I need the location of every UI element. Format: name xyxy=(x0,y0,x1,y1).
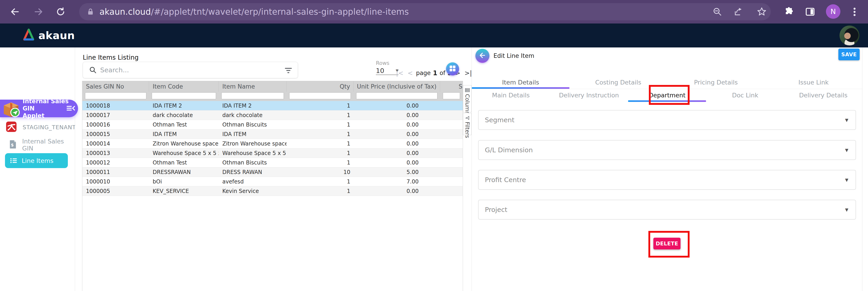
url-text: akaun.cloud/#/applet/tnt/wavelet/erp/int… xyxy=(99,7,409,17)
column-header[interactable]: Item Code xyxy=(149,81,219,92)
profit-centre-dropdown[interactable]: Profit Centre ▼ xyxy=(478,170,856,190)
sidebar-item-label: Internal Sales GIN xyxy=(22,138,75,152)
search-bar xyxy=(83,62,298,78)
subtab-main-details[interactable]: Main Details xyxy=(472,90,550,102)
first-page-button[interactable]: |< xyxy=(394,69,405,77)
package-icon xyxy=(1,99,21,118)
column-header[interactable]: Sales GIN No xyxy=(82,81,149,92)
tenant-logo-icon xyxy=(6,122,17,133)
sidebar-item-tenant[interactable]: STAGING_TENANT xyxy=(6,122,76,133)
chevron-down-icon: ▼ xyxy=(845,177,848,182)
browser-back-icon[interactable] xyxy=(9,6,21,18)
active-tab-indicator xyxy=(472,87,569,89)
tab-issue-link[interactable]: Issue Link xyxy=(765,78,862,89)
table-row[interactable]: 1000015IDA ITEMIDA ITEM10.00 xyxy=(82,129,463,139)
gl-dimension-dropdown[interactable]: G/L Dimension ▼ xyxy=(478,140,856,160)
browser-profile-avatar[interactable]: N xyxy=(826,4,840,19)
filter-input-last[interactable] xyxy=(443,92,460,99)
table-row[interactable]: 1000017dark chocolatedark chocolate10.00 xyxy=(82,110,463,120)
filter-list-icon[interactable] xyxy=(284,66,293,76)
columns-side-tab[interactable]: Columns xyxy=(463,85,471,112)
table-row[interactable]: 1000012Othman TestOthman Biscuits10.00 xyxy=(82,158,463,167)
column-header[interactable]: S xyxy=(440,81,463,92)
brand-name: akaun xyxy=(38,24,75,47)
browser-address-bar[interactable]: akaun.cloud/#/applet/tnt/wavelet/erp/int… xyxy=(79,3,771,20)
filter-input-unit-price[interactable] xyxy=(356,92,437,99)
columns-icon xyxy=(465,88,470,93)
table-row[interactable]: 1000018IDA ITEM 2IDA ITEM 210.00 xyxy=(82,101,463,110)
back-button[interactable] xyxy=(475,49,489,63)
project-dropdown[interactable]: Project ▼ xyxy=(478,200,856,220)
sidebar-item-label: Line Items xyxy=(22,157,53,164)
current-page: 1 xyxy=(432,69,438,77)
table-row[interactable]: 1000016Othman TestOthman Biscuits10.00 xyxy=(82,120,463,129)
grid-icon xyxy=(449,65,456,73)
editor-title: Edit Line Item xyxy=(494,47,534,64)
save-button[interactable]: SAVE xyxy=(838,48,860,60)
table-row[interactable]: 1000005KEV_SERVICEKevin Service10.00 xyxy=(82,186,463,196)
share-icon[interactable] xyxy=(732,6,744,18)
prev-page-button[interactable]: < xyxy=(405,69,415,77)
of-word: of xyxy=(438,70,446,76)
lock-icon xyxy=(85,6,96,18)
annotation-box-delete xyxy=(648,231,689,258)
line-items-table: Sales GIN No Item Code Item Name Qty Uni… xyxy=(82,81,463,291)
pagination: |< < page 1 of 5 > >| xyxy=(394,68,474,78)
column-header[interactable]: Qty xyxy=(286,81,353,92)
annotation-box-department xyxy=(649,85,689,105)
filter-input-item-name[interactable] xyxy=(221,92,284,99)
listing-title: Line Items Listing xyxy=(83,54,138,61)
filter-input-sales-gin-no[interactable] xyxy=(85,92,146,99)
chevron-down-icon: ▼ xyxy=(845,148,848,153)
subtab-delivery-details[interactable]: Delivery Details xyxy=(784,90,862,102)
segment-dropdown[interactable]: Segment ▼ xyxy=(478,110,856,130)
subtab-doc-link[interactable]: Doc Link xyxy=(706,90,784,102)
sidebar: Internal Sales GIN Applet STAGING_TENANT… xyxy=(0,47,75,291)
sidebar-item-line-items[interactable]: Line Items xyxy=(5,153,68,168)
applet-header[interactable]: Internal Sales GIN Applet xyxy=(0,100,78,117)
browser-forward-icon[interactable] xyxy=(33,6,44,18)
side-panel-icon[interactable] xyxy=(804,6,816,18)
subtab-delivery-instruction[interactable]: Delivery Instruction xyxy=(550,90,628,102)
chevron-down-icon: ▼ xyxy=(845,207,848,212)
filter-input-qty[interactable] xyxy=(289,92,351,99)
funnel-icon xyxy=(465,116,470,121)
sidebar-item-label: STAGING_TENANT xyxy=(23,124,76,131)
column-header[interactable]: Item Name xyxy=(219,81,286,92)
chevron-down-icon: ▼ xyxy=(845,118,848,123)
apps-grid-button[interactable] xyxy=(446,62,459,75)
browser-toolbar: akaun.cloud/#/applet/tnt/wavelet/erp/int… xyxy=(0,0,868,24)
akaun-logo-icon xyxy=(22,28,36,42)
filters-side-tab[interactable]: Filters xyxy=(463,113,471,135)
page-word: page xyxy=(415,70,432,76)
browser-menu-icon[interactable] xyxy=(848,6,860,18)
filter-input-item-code[interactable] xyxy=(152,92,216,99)
zoom-out-icon[interactable] xyxy=(712,6,723,18)
document-dollar-icon: $ xyxy=(9,140,17,150)
svg-text:$: $ xyxy=(11,142,14,147)
back-arrow-icon xyxy=(478,52,486,60)
column-filter-row xyxy=(82,92,463,101)
table-row[interactable]: 1000010bOiavefesd17.00 xyxy=(82,177,463,186)
rows-label: Rows xyxy=(376,60,401,66)
user-avatar[interactable] xyxy=(839,26,859,45)
table-row[interactable]: 1000013Warehouse Space 5 x 5 x 5mWarehou… xyxy=(82,149,463,158)
table-row[interactable]: 1000011DRESSRAWANDRESS RAWAN105.00 xyxy=(82,167,463,177)
table-row[interactable]: 1000014Zitron Warehouse spaceZitron Ware… xyxy=(82,139,463,149)
scroll-gutter[interactable] xyxy=(862,47,868,291)
list-icon xyxy=(10,158,18,164)
column-header[interactable]: Unit Price (Inclusive of Tax) xyxy=(353,81,440,92)
sidebar-collapse-icon[interactable] xyxy=(66,105,76,112)
search-input[interactable] xyxy=(100,66,272,74)
table-header: Sales GIN No Item Code Item Name Qty Uni… xyxy=(82,81,463,101)
browser-reload-icon[interactable] xyxy=(55,6,66,18)
sidebar-item-internal-sales-gin[interactable]: $ Internal Sales GIN xyxy=(9,138,75,152)
edit-line-item-panel: Edit Line Item SAVE Item Details Costing… xyxy=(471,47,862,291)
search-icon xyxy=(89,66,97,74)
app-navbar xyxy=(0,24,868,47)
bookmark-star-icon[interactable] xyxy=(756,6,768,18)
extensions-puzzle-icon[interactable] xyxy=(783,6,795,18)
